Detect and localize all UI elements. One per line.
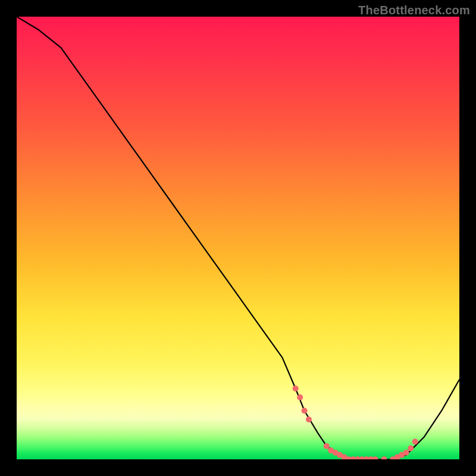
chart-frame: TheBottleneck.com [0,0,476,476]
plot-area [17,17,459,459]
watermark-text: TheBottleneck.com [358,4,470,17]
highlight-dot [324,443,330,449]
highlight-dot [306,416,312,422]
highlight-dot [372,456,378,459]
bottleneck-curve [17,17,459,459]
highlight-dot [412,439,418,444]
highlight-dot [408,445,414,451]
highlight-dot [297,394,303,400]
highlight-dot [293,386,299,392]
highlight-dot [403,450,409,456]
curve-svg [17,17,459,459]
highlight-dot [381,456,387,459]
highlight-dot [302,408,308,414]
